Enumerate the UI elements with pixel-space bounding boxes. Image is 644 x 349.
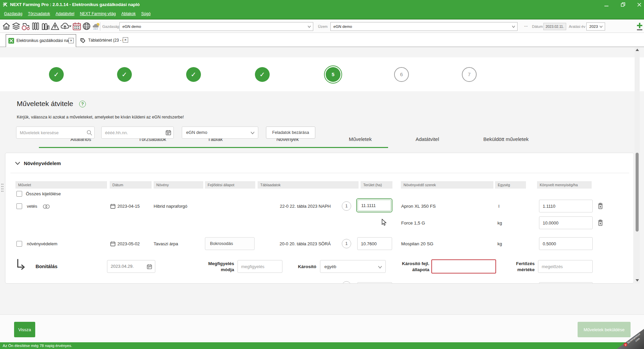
tab-strip: Elektronikus gazdálkodási napló ✕ Táblat… [0,33,644,47]
bonitalas-date-field[interactable]: 2023.04.29. [107,260,155,273]
step-6-circle[interactable]: 6 [394,67,409,82]
step-2-circle[interactable]: ✓ [117,67,132,82]
date-filter-input[interactable] [101,127,174,139]
stepper-progress-line [39,147,388,148]
calendar-icon[interactable] [147,264,152,269]
area-input-focus-ring [356,198,392,212]
step-1-circle[interactable]: ✓ [49,67,64,82]
calendar-icon [110,204,115,209]
minimize-button[interactable] [604,2,609,7]
calendar-icon[interactable] [166,130,171,135]
home-icon[interactable] [2,22,11,31]
pest-stage-field[interactable] [431,259,496,273]
search-input[interactable] [16,127,95,139]
tablatortenet-tab-icon [80,38,86,44]
farm-filter-value: eGN demo [186,130,207,135]
step-5-label[interactable]: Műveletek [349,136,372,142]
aratasi-ev-select[interactable]: 2023 [586,22,605,31]
scrollbar-up-arrow[interactable] [636,49,639,51]
chevron-down-icon [378,266,382,268]
product-name: Apron XL 350 FS [401,204,436,209]
uzem-combobox[interactable]: eGN demo [330,22,518,31]
cloud-sync-icon[interactable] [60,22,69,31]
title-bar: NEXT Farming Pro : 2.0.1.14 - Elektronik… [0,0,644,9]
help-icon[interactable]: ? [79,101,86,107]
aratasi-ev-value: 2023 [589,24,598,29]
menu-ablakok[interactable]: Ablakok [121,11,136,16]
infection-field[interactable] [538,260,593,273]
row-checkbox[interactable] [16,203,22,209]
window-title: NEXT Farming Pro : 2.0.1.14 - Elektronik… [10,2,140,7]
drag-handle[interactable] [1,183,4,192]
step-3-circle[interactable]: ✓ [186,67,201,82]
samples-icon[interactable] [31,22,40,31]
farm-filter-select[interactable]: eGN demo [182,127,258,139]
menu-next-farming-vilag[interactable]: NEXT Farming világ [80,11,116,16]
link-icon[interactable] [43,204,50,209]
page-subtitle: Kérjük, válassza ki azokat a műveleteket… [17,115,184,119]
step-7-circle[interactable]: 7 [462,67,477,82]
datum-field[interactable]: 2023.02.11. [543,23,566,30]
select-all-label: Összes kijelölése [26,191,61,196]
col-datum: Dátum [110,181,152,189]
tab-close-icon[interactable]: ✕ [68,38,74,43]
area-input[interactable] [357,237,392,250]
section-title[interactable]: Növényvédelem [24,161,61,166]
observation-mode-field[interactable] [237,260,282,273]
area-input[interactable] [357,282,392,284]
calendar-icon[interactable] [72,22,81,31]
scrollbar-down-arrow[interactable] [636,279,639,282]
weather-icon[interactable] [92,22,101,31]
operation-label: vetés [27,204,37,209]
growth-stage-field[interactable]: Bokrosodás [205,237,255,250]
more-button[interactable]: ... [523,23,529,30]
area-input[interactable] [358,200,391,211]
step-5-circle[interactable]: 5 [326,67,340,82]
silo-icon[interactable] [41,22,50,31]
close-button[interactable] [637,2,642,7]
datum-label: Dátum [532,24,543,29]
close-tasks-button[interactable]: Feladatok bezárása [266,127,315,139]
select-all-checkbox[interactable] [16,191,22,197]
gazdasag-combobox[interactable]: eGN demo [119,22,313,31]
step-7-label[interactable]: Beküldött műveletek [483,136,529,142]
menu-gazdasag[interactable]: Gazdaság [4,11,22,16]
submit-operations-button: Műveletek beküldése [578,322,631,337]
operation-label: növényvédelem [27,241,57,246]
scrollbar-thumb[interactable] [636,153,639,232]
pest-stage-label: Károsító fejl. állapota [387,261,429,272]
menu-sugo[interactable]: Súgó [141,11,151,16]
step-6-label[interactable]: Adatátvitel [416,136,439,142]
footer-bar: Vissza Műveletek beküldése [0,314,644,342]
col-konyvelt-mennyiseg: Könyvelt mennyiség/ha [537,181,592,189]
delete-icon[interactable] [598,203,603,209]
col-noveny: Növény [154,181,203,189]
qty-input[interactable] [539,282,593,284]
tab-tablatortenet[interactable]: Táblatörténet (23 - 0) [88,38,126,43]
stepper: ✓ Általános ✓ Törzsadatok ✓ Táblák ✓ Növ… [0,57,644,91]
status-bar: Az Ön élesítése még 78 napig érvényes. [0,342,644,349]
qty-input[interactable] [539,237,593,250]
globe-icon[interactable] [82,22,91,31]
tab-close-icon[interactable]: ✕ [123,37,128,43]
uzem-value: eGN demo [333,24,352,29]
field-icon[interactable] [51,22,59,31]
menu-adatatvitel[interactable]: Adatátvitel [56,11,74,16]
layers-icon[interactable] [12,22,20,31]
row-checkbox[interactable] [16,241,22,247]
back-button[interactable]: Vissza [14,322,35,337]
restore-button[interactable] [621,2,626,7]
qty-input[interactable] [539,200,593,212]
row-date: 2023-05-02 [117,241,140,246]
gazdasag-value: eGN demo [122,24,141,29]
step-4-circle[interactable]: ✓ [255,67,270,82]
cloud-sync-caret-icon[interactable] [69,26,71,27]
add-icon[interactable] [636,22,643,31]
menu-torzsadatok[interactable]: Törzsadatok [28,11,50,16]
delete-icon[interactable] [598,219,603,226]
pest-select[interactable]: egyéb [320,260,386,273]
tab-elektronikus-gazdalkodasi-naplo[interactable]: Elektronikus gazdálkodási napló ✕ [6,34,76,47]
qty-input[interactable] [539,216,593,229]
tractor-icon[interactable] [21,22,30,31]
collapse-chevron-icon[interactable] [15,162,20,165]
